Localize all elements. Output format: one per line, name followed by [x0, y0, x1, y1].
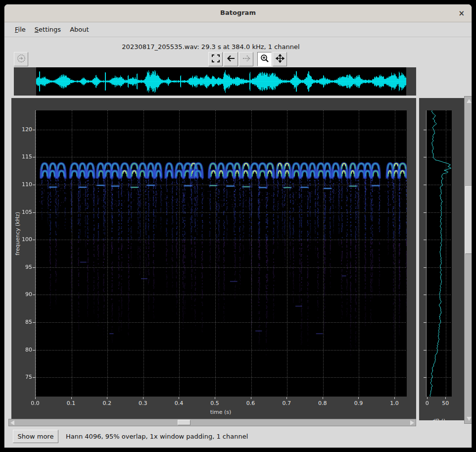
forward-button[interactable]	[239, 52, 253, 66]
menubar: FileSettingsAbout	[4, 23, 472, 37]
spectrogram-ytick-label: 90	[18, 291, 32, 298]
spectrogram-xtick-mark	[179, 397, 179, 399]
spectrogram-xtick-mark	[358, 397, 359, 399]
spectrogram-ytick-mark	[33, 267, 35, 268]
pan-button[interactable]	[273, 52, 287, 66]
vertical-scrollbar[interactable]	[464, 96, 472, 424]
spectrogram-xtick-label: 0.3	[136, 400, 150, 406]
spectrogram-ytick-label: 80	[18, 347, 32, 353]
vertical-scrollbar-thumb[interactable]	[465, 186, 472, 254]
horizontal-scrollbar[interactable]	[8, 419, 416, 426]
amplitude-ytick-mark	[424, 267, 426, 268]
menu-item-settings[interactable]: Settings	[30, 23, 65, 33]
waveform-plot[interactable]	[36, 67, 406, 96]
spectrogram-xtick-label: 1.0	[387, 400, 401, 406]
back-button[interactable]	[224, 52, 238, 66]
waveform-overview-panel	[14, 67, 416, 96]
spectrogram-xtick-label: 0.6	[244, 400, 258, 406]
spectrogram-xlabel: time (s)	[35, 409, 406, 415]
circled-arrow-button[interactable]	[14, 52, 28, 66]
spectrogram-xtick-mark	[35, 397, 36, 399]
spectrogram-xtick-label: 0.9	[351, 400, 365, 406]
spectrogram-ytick-label: 100	[18, 236, 32, 243]
spectrogram-ytick-mark	[33, 185, 35, 185]
menu-item-about[interactable]: About	[65, 23, 93, 33]
amplitude-ytick-mark	[424, 130, 426, 130]
spectrogram-ytick-mark	[33, 212, 35, 213]
amplitude-plot[interactable]	[426, 110, 451, 397]
spectrogram-xtick-mark	[107, 397, 107, 399]
horizontal-scrollbar-thumb[interactable]	[178, 420, 190, 425]
forward-arrow-icon	[241, 53, 251, 65]
spectrogram-ytick-label: 110	[18, 181, 32, 188]
amplitude-ytick-mark	[424, 350, 426, 351]
amplitude-ytick-mark	[424, 322, 426, 323]
amplitude-xtick-label: 50	[440, 400, 450, 406]
spectrogram-xtick-mark	[143, 397, 143, 399]
amplitude-ytick-mark	[424, 185, 426, 185]
spectrogram-ytick-mark	[33, 295, 35, 295]
amplitude-ytick-mark	[424, 295, 426, 295]
spectrogram-ytick-mark	[33, 322, 35, 323]
window-title: Batogram	[4, 9, 472, 16]
spectrogram-ytick-mark	[33, 377, 35, 378]
circled-arrow-icon	[16, 53, 26, 65]
scroll-down-icon[interactable]	[465, 414, 472, 423]
spectrogram-xtick-mark	[394, 397, 395, 399]
amplitude-ytick-mark	[424, 212, 426, 213]
content-area: 20230817_205535.wav: 29.3 s at 384.0 kHz…	[4, 37, 472, 448]
spectrogram-xtick-label: 0.8	[316, 400, 330, 406]
spectrogram-xtick-mark	[215, 397, 215, 399]
spectrogram-plot[interactable]	[35, 110, 406, 397]
spectrogram-ytick-label: 75	[18, 374, 32, 380]
spectrogram-ytick-mark	[33, 130, 35, 130]
spectrogram-ytick-label: 95	[18, 264, 32, 270]
spectrogram-xtick-mark	[71, 397, 72, 399]
amplitude-ytick-mark	[424, 377, 426, 378]
close-icon[interactable]: ×	[458, 8, 465, 18]
amplitude-ytick-mark	[424, 240, 426, 240]
status-text: Hann 4096, 95% overlap, 1x window paddin…	[66, 433, 248, 440]
app-window: Batogram × FileSettingsAbout 20230817_20…	[4, 4, 472, 448]
spectrogram-ytick-label: 105	[18, 209, 32, 215]
spectrogram-ytick-mark	[33, 350, 35, 351]
spectrogram-xtick-label: 0.0	[28, 400, 42, 406]
amplitude-xtick-mark	[445, 397, 446, 399]
spectrogram-ytick-label: 120	[18, 126, 32, 133]
amplitude-xlabel: dB ()	[419, 418, 459, 424]
amplitude-ytick-mark	[424, 157, 426, 157]
spectrogram-xtick-label: 0.5	[208, 400, 222, 406]
spectrogram-ytick-label: 115	[18, 153, 32, 160]
pan-arrows-icon	[275, 53, 285, 65]
spectrogram-xtick-label: 0.4	[172, 400, 186, 406]
titlebar: Batogram ×	[4, 4, 472, 22]
menu-item-file[interactable]: File	[10, 23, 30, 33]
spectrogram-xtick-mark	[286, 397, 287, 399]
spectrogram-xtick-mark	[251, 397, 251, 399]
amplitude-xtick-mark	[427, 397, 428, 399]
scroll-right-icon[interactable]	[409, 419, 416, 426]
scroll-up-icon[interactable]	[465, 97, 472, 105]
zoom-in-button[interactable]	[257, 52, 272, 66]
spectrogram-xtick-label: 0.1	[64, 400, 78, 406]
amplitude-xtick-label: 0	[422, 400, 432, 406]
spectrogram-xtick-label: 0.7	[280, 400, 293, 406]
spectrogram-ytick-label: 85	[18, 319, 32, 325]
spectrogram-xtick-label: 0.2	[100, 400, 114, 406]
fit-screen-button[interactable]	[208, 52, 223, 66]
spectrogram-ylabel: frequency (kHz)	[14, 212, 21, 255]
file-info-label: 20230817_205535.wav: 29.3 s at 384.0 kHz…	[4, 43, 417, 50]
show-more-button[interactable]: Show more	[13, 430, 58, 443]
spectrogram-xtick-mark	[323, 397, 323, 399]
amplitude-panel: dB () 050	[419, 98, 467, 420]
scroll-left-icon[interactable]	[9, 419, 16, 426]
back-arrow-icon	[226, 53, 236, 65]
spectrogram-ytick-mark	[33, 240, 35, 240]
zoom-in-icon	[260, 53, 270, 65]
fit-screen-icon	[211, 53, 221, 65]
spectrogram-panel: frequency (kHz) time (s) 120115110105100…	[11, 98, 416, 420]
spectrogram-ytick-mark	[33, 157, 35, 157]
